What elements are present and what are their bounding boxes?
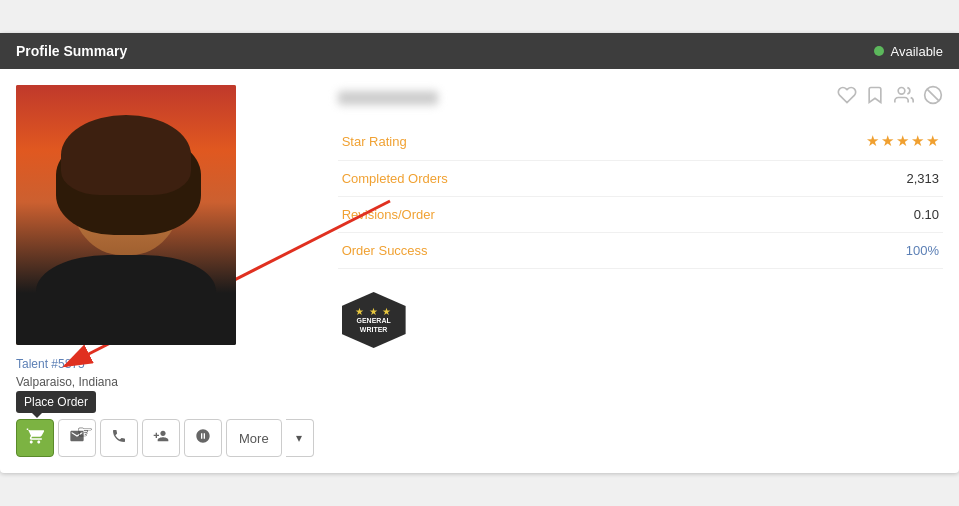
- general-writer-badge: ★ ★ ★ GENERAL WRITER: [342, 285, 406, 355]
- cart-icon: [26, 427, 44, 449]
- hex-shape: ★ ★ ★ GENERAL WRITER: [342, 292, 406, 348]
- stats-table: Star Rating ★ ★ ★ ★ ★ Completed Orders 2…: [338, 122, 943, 269]
- card-header: Profile Summary Available: [0, 33, 959, 69]
- badge-area: ★ ★ ★ GENERAL WRITER: [338, 269, 943, 371]
- name-row: [338, 85, 943, 118]
- stat-row-revisions: Revisions/Order 0.10: [338, 197, 943, 233]
- left-column: Talent #5875 Valparaiso, Indiana Doctora…: [16, 85, 314, 457]
- availability-dot: [874, 46, 884, 56]
- card-title: Profile Summary: [16, 43, 127, 59]
- profile-photo: [16, 85, 236, 345]
- photo-bg: [16, 85, 236, 345]
- email-button[interactable]: [58, 419, 96, 457]
- blurred-name: [338, 91, 438, 105]
- completed-orders-value: 2,313: [692, 161, 943, 197]
- actions-bar: Place Order: [16, 419, 314, 457]
- assign-icon: [153, 428, 169, 448]
- star-2: ★: [881, 132, 894, 150]
- icon-actions: [837, 85, 943, 110]
- body-shirt: [36, 255, 216, 345]
- badge-line1: GENERAL: [357, 317, 391, 325]
- star-5: ★: [926, 132, 939, 150]
- assign-button[interactable]: [142, 419, 180, 457]
- block-icon[interactable]: [923, 85, 943, 110]
- revisions-label: Revisions/Order: [338, 197, 692, 233]
- star-1: ★: [866, 132, 879, 150]
- dropdown-chevron-icon: ▾: [296, 431, 302, 445]
- place-order-button[interactable]: [16, 419, 54, 457]
- phone-icon: [111, 428, 127, 448]
- more-button[interactable]: More: [226, 419, 282, 457]
- stat-row-completed: Completed Orders 2,313: [338, 161, 943, 197]
- completed-orders-label: Completed Orders: [338, 161, 692, 197]
- stat-row-stars: Star Rating ★ ★ ★ ★ ★: [338, 122, 943, 161]
- revisions-value: 0.10: [692, 197, 943, 233]
- email-icon: [69, 428, 85, 448]
- stat-row-success: Order Success 100%: [338, 233, 943, 269]
- svg-point-2: [898, 88, 905, 95]
- talent-id: Talent #5875: [16, 357, 314, 371]
- hair: [61, 115, 191, 195]
- star-4: ★: [911, 132, 924, 150]
- star-rating-label: Star Rating: [338, 122, 692, 161]
- award-icon: [195, 428, 211, 448]
- availability-label: Available: [890, 44, 943, 59]
- badge-line2: WRITER: [360, 326, 388, 334]
- availability-badge: Available: [874, 44, 943, 59]
- order-success-label: Order Success: [338, 233, 692, 269]
- phone-button[interactable]: [100, 419, 138, 457]
- bookmark-icon[interactable]: [865, 85, 885, 110]
- group-icon[interactable]: [893, 85, 915, 110]
- profile-card: Profile Summary Available: [0, 33, 959, 473]
- badge-stars: ★ ★ ★: [355, 306, 393, 317]
- tooltip: Place Order: [16, 391, 96, 413]
- order-success-value: 100%: [692, 233, 943, 269]
- award-button[interactable]: [184, 419, 222, 457]
- more-dropdown-button[interactable]: ▾: [286, 419, 314, 457]
- star-rating-value: ★ ★ ★ ★ ★: [696, 132, 939, 150]
- heart-icon[interactable]: [837, 85, 857, 110]
- more-label: More: [239, 431, 269, 446]
- star-3: ★: [896, 132, 909, 150]
- right-column: Star Rating ★ ★ ★ ★ ★ Completed Orders 2…: [338, 85, 943, 457]
- card-body: Talent #5875 Valparaiso, Indiana Doctora…: [0, 69, 959, 473]
- location: Valparaiso, Indiana: [16, 375, 314, 389]
- svg-line-4: [927, 89, 939, 101]
